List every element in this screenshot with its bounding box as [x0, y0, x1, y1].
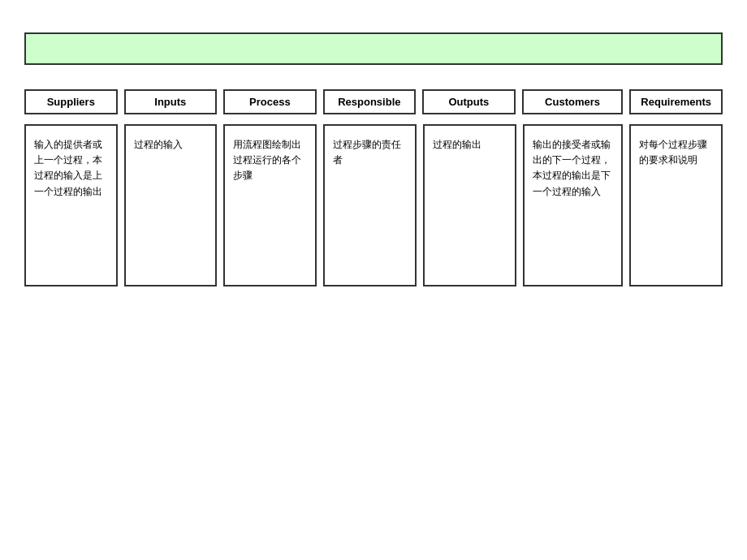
header-cell-requirements: Requirements [629, 89, 723, 114]
title-box [24, 32, 723, 65]
content-cell-requirements: 对每个过程步骤的要求和说明 [629, 124, 723, 286]
page: SuppliersInputsProcessResponsibleOutputs… [0, 0, 747, 560]
header-cell-suppliers: Suppliers [24, 89, 118, 114]
header-cell-customers: Customers [522, 89, 624, 114]
header-cell-inputs: Inputs [124, 89, 218, 114]
sipoc-table: SuppliersInputsProcessResponsibleOutputs… [24, 89, 723, 286]
content-row: 输入的提供者或上一个过程，本过程的输入是上一个过程的输出过程的输入用流程图绘制出… [24, 124, 723, 286]
header-cell-process: Process [223, 89, 317, 114]
content-cell-responsible: 过程步骤的责任者 [323, 124, 417, 286]
header-cell-outputs: Outputs [422, 89, 516, 114]
content-cell-inputs: 过程的输入 [124, 124, 218, 286]
header-cell-responsible: Responsible [323, 89, 417, 114]
content-cell-process: 用流程图绘制出过程运行的各个步骤 [223, 124, 317, 286]
content-cell-suppliers: 输入的提供者或上一个过程，本过程的输入是上一个过程的输出 [24, 124, 118, 286]
header-row: SuppliersInputsProcessResponsibleOutputs… [24, 89, 723, 114]
content-cell-customers: 输出的接受者或输出的下一个过程，本过程的输出是下一个过程的输入 [523, 124, 624, 286]
content-cell-outputs: 过程的输出 [423, 124, 516, 286]
